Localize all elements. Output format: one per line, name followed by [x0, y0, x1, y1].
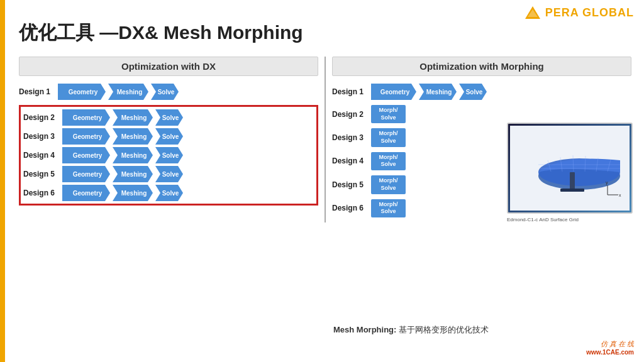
dx-mesh-4: Meshing: [113, 147, 153, 163]
morph-design-row-1: Design 1 Geometry Meshing Solve: [332, 84, 631, 100]
dx-label-3: Design 3: [23, 132, 60, 141]
morph-label-1: Design 1: [332, 87, 369, 96]
dx-label-4: Design 4: [23, 151, 60, 160]
dx-mesh-2: Meshing: [113, 109, 153, 126]
dx-design-row-4: Design 4 Geometry Meshing Solve: [23, 147, 314, 163]
svg-rect-14: [560, 189, 584, 192]
dx-design-row-6: Design 6 Geometry Meshing Solve: [23, 185, 314, 201]
logo-icon: [524, 5, 541, 20]
dx-solve-6: Solve: [155, 185, 183, 201]
dx-label-5: Design 5: [23, 170, 60, 178]
3d-model-image: x y: [507, 123, 633, 214]
morph-label-6: Design 6: [332, 204, 369, 212]
dx-geo-5: Geometry: [62, 166, 110, 182]
watermark-line2: www.1CAE.com: [586, 349, 634, 356]
svg-rect-13: [570, 172, 575, 191]
svg-text:x: x: [619, 193, 621, 197]
dx-solve-1: Solve: [151, 84, 179, 100]
dx-label-6: Design 6: [23, 189, 60, 197]
left-accent-bar: [0, 0, 5, 362]
logo-text: PERA GLOBAL: [545, 6, 634, 19]
dx-solve-5: Solve: [155, 166, 183, 182]
dx-design-row-1: Design 1 Geometry Meshing Solve: [19, 84, 318, 100]
bottom-note: Mesh Morphing: 基于网格变形的优化技术: [333, 324, 489, 336]
svg-text:y: y: [606, 180, 608, 185]
morph-box-2: Morph/Solve: [371, 105, 406, 123]
morph-label-2: Design 2: [332, 110, 369, 119]
morph-label-3: Design 3: [332, 133, 369, 142]
dx-mesh-5: Meshing: [113, 166, 153, 182]
3d-model-svg: x y: [510, 126, 630, 211]
dx-panel-header: Optimization with DX: [19, 57, 318, 76]
bottom-note-text: 基于网格变形的优化技术: [399, 325, 489, 334]
morph-box-6: Morph/Solve: [371, 199, 406, 217]
dx-design-row-5: Design 5 Geometry Meshing Solve: [23, 166, 314, 182]
morph-label-4: Design 4: [332, 156, 369, 165]
dx-red-group: Design 2 Geometry Meshing Solve Design 3…: [19, 105, 318, 206]
bottom-note-label: Mesh Morphing:: [333, 325, 396, 334]
dx-mesh-3: Meshing: [113, 128, 153, 145]
dx-mesh-6: Meshing: [113, 185, 153, 201]
morph-solve-1: Solve: [459, 84, 487, 100]
dx-solve-2: Solve: [155, 109, 183, 126]
dx-geo-4: Geometry: [62, 147, 110, 163]
dx-label-2: Design 2: [23, 113, 60, 122]
panel-dx: Optimization with DX Design 1 Geometry M…: [13, 57, 326, 222]
dx-geo-2: Geometry: [62, 109, 110, 126]
dx-solve-3: Solve: [155, 128, 183, 145]
morph-label-5: Design 5: [332, 180, 369, 189]
dx-solve-4: Solve: [155, 147, 183, 163]
dx-geo-1: Geometry: [58, 84, 106, 100]
morph-geo-1: Geometry: [371, 84, 416, 100]
morph-design-row-2: Design 2 Morph/Solve: [332, 105, 631, 123]
dx-mesh-1: Meshing: [108, 84, 148, 100]
morph-box-5: Morph/Solve: [371, 175, 406, 194]
watermark-line1: 仿 真 在 线: [586, 339, 634, 349]
dx-geo-6: Geometry: [62, 185, 110, 201]
morph-box-3: Morph/Solve: [371, 128, 406, 146]
dx-geo-3: Geometry: [62, 128, 110, 145]
dx-design-row-3: Design 3 Geometry Meshing Solve: [23, 128, 314, 145]
logo-bar: PERA GLOBAL: [524, 5, 634, 20]
watermark: 仿 真 在 线 www.1CAE.com: [586, 339, 634, 356]
morph-mesh-1: Meshing: [419, 84, 457, 100]
morph-panel-header: Optimization with Morphing: [332, 57, 631, 76]
morph-box-4: Morph/Solve: [371, 152, 406, 170]
dx-label-1: Design 1: [19, 87, 55, 96]
page-title: 优化工具 —DX& Mesh Morphing: [19, 20, 303, 46]
dx-design-row-2: Design 2 Geometry Meshing Solve: [23, 109, 314, 126]
image-caption: Edmond-C1-c AnD Surface Grid: [507, 217, 633, 222]
